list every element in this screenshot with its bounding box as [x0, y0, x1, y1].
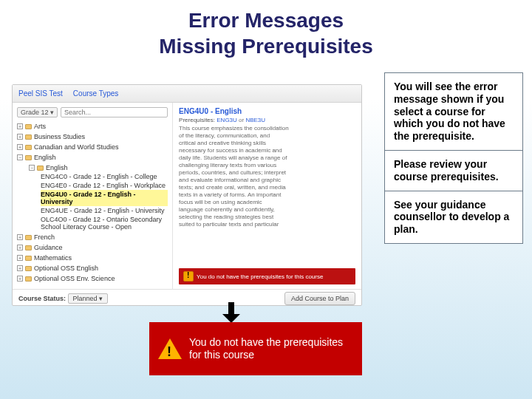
folder-icon [25, 266, 32, 271]
tree-french[interactable]: +French [17, 233, 168, 242]
warning-icon [183, 271, 194, 282]
slide-title: Error Messages Missing Prerequisites [0, 0, 532, 64]
folder-icon [25, 145, 32, 150]
tree-course[interactable]: OLC4O0 - Grade 12 - Ontario Secondary Sc… [41, 215, 168, 231]
title-line2: Missing Prerequisites [159, 35, 372, 58]
tree-business[interactable]: +Business Studies [17, 132, 168, 141]
tree-course[interactable]: ENG4C0 - Grade 12 - English - College [41, 172, 168, 181]
breadcrumb-page: Course Types [73, 89, 119, 98]
folder-icon [25, 155, 32, 160]
folder-icon [25, 134, 32, 140]
tree-canworld[interactable]: +Canadian and World Studies [17, 143, 168, 151]
folder-icon [25, 124, 32, 129]
course-tree-column: Grade 12 ▾ +Arts +Business Studies +Cana… [13, 103, 173, 289]
search-input[interactable] [61, 107, 168, 117]
folder-icon [37, 166, 44, 171]
add-course-button[interactable]: Add Course to Plan [284, 292, 355, 305]
tree-oss-env[interactable]: +Optional OSS Env. Science [17, 274, 168, 283]
folder-icon [25, 276, 32, 282]
folder-icon [25, 245, 32, 250]
screenshot-footer: Course Status: Planned ▾ Add Course to P… [13, 289, 361, 307]
tree-course-selected[interactable]: ENG4U0 - Grade 12 - English - University [41, 190, 168, 206]
tree-english[interactable]: −English [17, 153, 168, 162]
grade-select[interactable]: Grade 12 ▾ [17, 107, 58, 117]
instruction-panel: You will see the error message shown if … [384, 72, 523, 244]
tree-arts[interactable]: +Arts [17, 122, 168, 131]
down-arrow-icon [222, 302, 240, 323]
warning-icon [158, 338, 182, 359]
inline-error-banner: You do not have the prerequisites for th… [179, 268, 355, 284]
tree-course[interactable]: ENG4UE - Grade 12 - English - University [41, 206, 168, 215]
course-detail-column: ENG4U0 - English Prerequisites: ENG3U or… [173, 103, 361, 289]
enlarged-error-text: You do not have the prerequisites for th… [189, 336, 343, 362]
course-detail-title: ENG4U0 - English [179, 107, 355, 115]
course-status: Course Status: Planned ▾ [18, 295, 108, 302]
tree-english-sub[interactable]: −English [29, 163, 168, 172]
tree-oss-english[interactable]: +Optional OSS English [17, 264, 168, 273]
prereq-link[interactable]: NBE3U [245, 117, 265, 123]
title-line1: Error Messages [188, 9, 344, 32]
prerequisite-line: Prerequisites: ENG3U or NBE3U [179, 117, 355, 123]
prereq-link[interactable]: ENG3U [216, 117, 237, 123]
instruction-box: You will see the error message shown if … [385, 73, 522, 150]
slide-stage: Peel SIS Test Course Types Grade 12 ▾ +A… [0, 64, 532, 381]
screenshot-panel: Peel SIS Test Course Types Grade 12 ▾ +A… [12, 84, 362, 306]
screenshot-body: Grade 12 ▾ +Arts +Business Studies +Cana… [13, 103, 361, 289]
instruction-box: Please review your course prerequisites. [385, 150, 522, 191]
folder-icon [25, 256, 32, 261]
tree-math[interactable]: +Mathematics [17, 253, 168, 262]
screenshot-breadcrumb: Peel SIS Test Course Types [13, 85, 361, 103]
enlarged-error-banner: You do not have the prerequisites for th… [149, 322, 362, 375]
folder-icon [25, 235, 32, 240]
course-description: This course emphasizes the consolidation… [179, 125, 355, 228]
breadcrumb-root: Peel SIS Test [18, 89, 63, 98]
instruction-box: See your guidance counsellor to develop … [385, 191, 522, 243]
tree-course[interactable]: ENG4E0 - Grade 12 - English - Workplace [41, 181, 168, 190]
tree-guidance[interactable]: +Guidance [17, 243, 168, 252]
filter-row: Grade 12 ▾ [17, 107, 168, 117]
status-select[interactable]: Planned ▾ [68, 293, 109, 304]
